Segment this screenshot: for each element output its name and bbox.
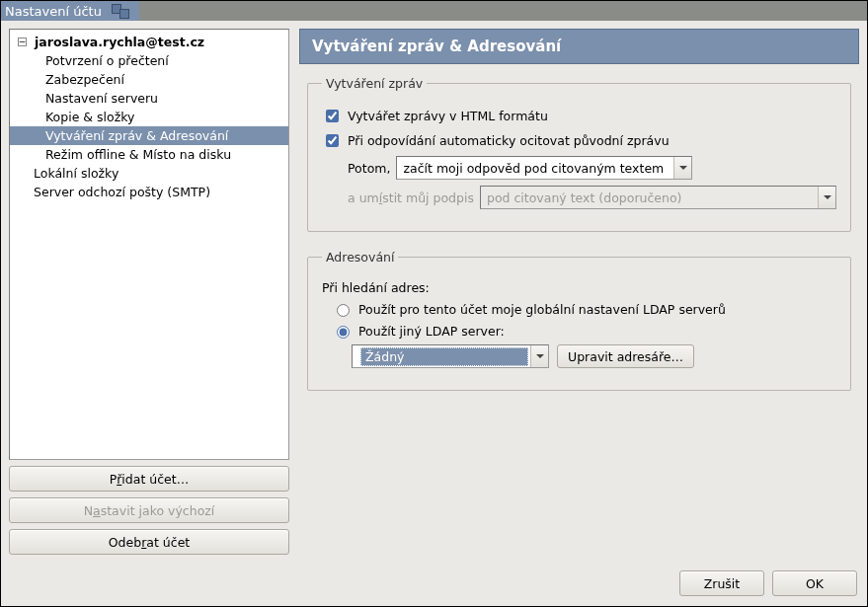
titlebar-title: Nastavení účtu: [1, 1, 110, 21]
tree-item-label: Kopie & složky: [45, 109, 134, 125]
tree-item[interactable]: Režim offline & Místo na disku: [10, 145, 288, 164]
edit-directories-button[interactable]: Upravit adresáře…: [557, 344, 694, 368]
chevron-down-icon: [818, 187, 835, 208]
tree-item[interactable]: Nastavení serveru: [10, 89, 288, 108]
tree-top-item[interactable]: Server odchozí pošty (SMTP): [10, 183, 288, 201]
collapse-icon[interactable]: −: [18, 38, 27, 46]
tree-root-account[interactable]: − jaroslava.rychla@test.cz: [10, 33, 288, 51]
window-title: Nastavení účtu: [5, 4, 102, 19]
then-label: Potom,: [348, 161, 390, 176]
row-ldap-other: Použít jiný LDAP server:: [322, 323, 836, 339]
tree-item-label: Vytváření zpráv & Adresování: [45, 127, 228, 144]
chevron-down-icon[interactable]: [530, 345, 548, 367]
tree-top-item[interactable]: Lokální složky: [10, 164, 288, 183]
html-format-checkbox[interactable]: [326, 110, 339, 122]
ldap-server-value: Žádný: [360, 347, 528, 366]
panel-body: Vytváření zpráv Vytvářet zprávy v HTML f…: [299, 64, 859, 555]
addressing-legend: Adresování: [322, 250, 398, 265]
signature-position-select: pod citovaný text (doporučeno): [480, 186, 836, 209]
tree-item-label: Režim offline & Místo na disku: [45, 146, 231, 163]
auto-quote-checkbox[interactable]: [326, 134, 339, 147]
row-then: Potom, začít moji odpověd pod citovaným …: [322, 156, 836, 180]
titlebar-decoration-icon: [110, 1, 139, 21]
ldap-other-label: Použít jiný LDAP server:: [358, 324, 505, 339]
right-pane: Vytváření zpráv & Adresování Vytváření z…: [299, 29, 859, 555]
ldap-server-select[interactable]: Žádný: [352, 344, 549, 368]
tree-item[interactable]: Kopie & složky: [10, 108, 288, 126]
ok-button[interactable]: OK: [772, 570, 857, 596]
tree-item-label: Potvrzení o přečtení: [45, 52, 169, 69]
reply-position-value: začít moji odpověd pod citovaným textem: [403, 161, 673, 176]
compose-group: Vytváření zpráv Vytvářet zprávy v HTML f…: [307, 76, 851, 232]
row-search-label: Při hledání adres:: [322, 280, 836, 295]
row-quote: Při odpovídání automaticky ocitovat půvo…: [322, 131, 836, 150]
add-account-button[interactable]: Přidat účet…: [9, 466, 289, 492]
signature-place-label: a umístit můj podpis: [348, 190, 474, 205]
titlebar[interactable]: Nastavení účtu: [1, 1, 867, 21]
cancel-button[interactable]: Zrušit: [679, 570, 764, 596]
chevron-down-icon[interactable]: [673, 157, 691, 179]
tree-item-selected[interactable]: Vytváření zpráv & Adresování: [10, 126, 288, 145]
signature-position-value: pod citovaný text (doporučeno): [487, 190, 818, 205]
tree-item-label: Zabezpečení: [45, 71, 124, 88]
reply-position-select[interactable]: začít moji odpověd pod citovaným textem: [396, 156, 692, 180]
html-format-label: Vytvářet zprávy v HTML formátu: [348, 109, 548, 123]
addressing-group: Adresování Při hledání adres: Použít pro…: [307, 250, 851, 391]
tree-item-label: Nastavení serveru: [45, 90, 158, 107]
row-html: Vytvářet zprávy v HTML formátu: [322, 107, 836, 125]
dialog-footer: Zrušit OK: [1, 563, 867, 606]
tree-root-label: jaroslava.rychla@test.cz: [35, 34, 204, 50]
compose-legend: Vytváření zpráv: [322, 76, 427, 91]
remove-account-button[interactable]: Odebrat účet: [9, 529, 289, 555]
ldap-global-label: Použít pro tento účet moje globální nast…: [358, 302, 726, 317]
left-pane: − jaroslava.rychla@test.cz Potvrzení o p…: [9, 29, 289, 555]
tree-item[interactable]: Zabezpečení: [10, 70, 288, 89]
panel-title: Vytváření zpráv & Adresování: [299, 29, 859, 64]
ldap-other-radio[interactable]: [337, 326, 350, 339]
auto-quote-label: Při odpovídání automaticky ocitovat půvo…: [348, 133, 670, 148]
row-ldap-server: Žádný Upravit adresáře…: [322, 344, 836, 368]
search-intro-label: Při hledání adres:: [322, 280, 430, 295]
window: Nastavení účtu − jaroslava.rychla@test.c…: [0, 0, 868, 607]
row-ldap-global: Použít pro tento účet moje globální nast…: [322, 301, 836, 317]
set-default-button: Nastavit jako výchozí: [9, 497, 289, 523]
tree-item-label: Server odchozí pošty (SMTP): [34, 184, 210, 200]
main-split: − jaroslava.rychla@test.cz Potvrzení o p…: [1, 21, 867, 563]
tree-item-label: Lokální složky: [34, 165, 118, 182]
tree-item[interactable]: Potvrzení o přečtení: [10, 51, 288, 70]
account-tree[interactable]: − jaroslava.rychla@test.cz Potvrzení o p…: [9, 29, 289, 460]
row-sig: a umístit můj podpis pod citovaný text (…: [322, 186, 836, 209]
content: − jaroslava.rychla@test.cz Potvrzení o p…: [1, 21, 867, 606]
ldap-global-radio[interactable]: [337, 304, 350, 317]
